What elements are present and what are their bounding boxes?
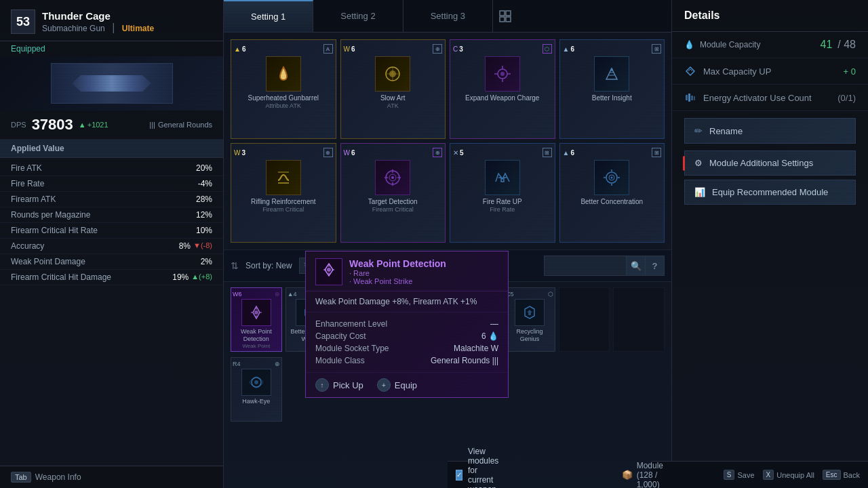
tab-key-label: Weapon Info: [35, 472, 81, 482]
socket-badge: ⊕: [433, 44, 442, 54]
svg-rect-0: [500, 11, 505, 16]
pickup-button[interactable]: ↑ Pick Up: [315, 378, 363, 392]
module-icon: [485, 160, 520, 195]
svg-point-13: [391, 176, 394, 179]
tab-key-bar: Tab Weapon Info: [0, 466, 223, 488]
socket-badge: ⊞: [652, 148, 661, 157]
module-subtype: Firearm Critical: [372, 206, 414, 213]
help-button[interactable]: ?: [645, 256, 664, 275]
module-subtype: Attribute ATK: [266, 102, 301, 109]
search-button[interactable]: 🔍: [626, 256, 645, 275]
stat-list: Fire ATK 20% Fire Rate -4% Firearm ATK 2…: [0, 158, 223, 288]
module-fire-rate-up[interactable]: ✕5 ⊞ Fire Rate UP Fire Rate: [450, 143, 555, 243]
dps-value: 37803: [32, 116, 73, 134]
tab-grid-icon[interactable]: [493, 0, 517, 33]
module-tooltip: Weak Point Detection · Rare · Weak Point…: [305, 251, 509, 398]
avail-icon: [241, 299, 271, 326]
module-slow-art[interactable]: W6 ⊕ Slow Art ATK: [340, 39, 446, 139]
svg-rect-3: [506, 17, 511, 22]
energy-icon: [684, 92, 696, 104]
checkbox-area: ✓ View modules for current weapon only: [456, 447, 502, 489]
sort-label[interactable]: Sort by: New: [245, 261, 292, 270]
stat-row-fire-atk: Fire ATK 20%: [0, 161, 223, 176]
tab-setting1[interactable]: Setting 1: [224, 0, 313, 32]
socket-badge: A: [323, 44, 333, 54]
equipped-badge: Equipped: [0, 41, 223, 56]
additional-settings-button[interactable]: ⚙ Module Additional Settings: [684, 150, 856, 176]
avail-module-empty-2: [613, 287, 665, 352]
module-count-bar: 📦 Module (128 / 1,000): [651, 461, 671, 488]
checkbox-label: View modules for current weapon only: [468, 447, 502, 489]
shortcut-save: S Save: [724, 470, 755, 480]
sort-icon: ⇅: [231, 260, 239, 271]
equip-icon: +: [377, 378, 391, 392]
stat-row-crit-rate: Firearm Critical Hit Rate 10%: [0, 223, 223, 239]
module-name: Better Concentration: [580, 198, 643, 206]
right-panel: Details 💧 Module Capacity 41 / 48 Max Ca…: [671, 0, 868, 488]
socket-badge: ⊕: [433, 148, 442, 157]
weapon-filter-checkbox[interactable]: ✓: [456, 470, 462, 481]
module-better-concentration[interactable]: ▲6 ⊞ Better Concentration: [559, 143, 665, 243]
equip-button[interactable]: + Equip: [377, 378, 417, 392]
module-expand[interactable]: C3 ⬡ Expand Weapon Charge: [450, 39, 555, 139]
module-rifling[interactable]: W3 ⊕ Rifling Reinforcement Firearm Criti…: [231, 143, 336, 243]
weapon-sprite: [51, 63, 173, 104]
search-container: 🔍 ?: [544, 256, 665, 276]
stat-row-rounds: Rounds per Magazine 12%: [0, 207, 223, 223]
bottom-bar: ✓ View modules for current weapon only: [448, 461, 475, 488]
left-panel: 53 Thunder Cage Submachine Gun | Ultimat…: [0, 0, 224, 488]
avail-module-hawk-eye[interactable]: R4 ⊕ Hawk-Eye: [231, 357, 282, 422]
energy-label: Energy Activator Use Count: [703, 93, 831, 103]
weapon-level: 53: [11, 9, 35, 34]
module-name: Target Detection: [368, 198, 418, 206]
svg-rect-26: [688, 94, 690, 102]
rename-button[interactable]: ✏ Rename: [684, 118, 856, 144]
avail-icon: [515, 299, 545, 326]
rename-icon: ✏: [694, 125, 703, 136]
search-input[interactable]: [545, 258, 626, 273]
stat-row-accuracy: Accuracy 8% ▼(-8): [0, 239, 223, 254]
svg-rect-28: [694, 96, 695, 100]
avail-module-weak-point[interactable]: W6 ⊕ Weak Point Detection Weak Point: [231, 287, 282, 352]
ammo-type: ||| General Rounds: [149, 121, 212, 129]
energy-value: (0/1): [837, 93, 856, 103]
main-content: Setting 1 Setting 2 Setting 3 ▲6 A: [224, 0, 671, 488]
socket-badge: ⬡: [542, 44, 552, 54]
equipped-module-grid: ▲6 A Superheated Gunbarrel Attribute ATK…: [224, 33, 671, 249]
module-superheated[interactable]: ▲6 A Superheated Gunbarrel Attribute ATK: [231, 39, 336, 139]
module-count-icon: 📦: [622, 470, 633, 480]
equip-icon: 📊: [694, 187, 705, 197]
shortcut-back: Esc Back: [823, 470, 860, 480]
tab-setting2[interactable]: Setting 2: [313, 0, 403, 32]
weapon-image: [0, 56, 223, 110]
tab-setting3[interactable]: Setting 3: [403, 0, 493, 32]
details-header: Details: [672, 0, 868, 32]
shortcut-bar: S Save X Unequip All Esc Back: [671, 461, 868, 488]
stat-row-crit-dmg: Firearm Critical Hit Damage 19% ▲(+8): [0, 270, 223, 285]
avail-subtype: Weak Point: [242, 343, 270, 349]
tab-key-badge: Tab: [11, 472, 31, 483]
module-better-insight[interactable]: ▲6 ⊞ Better Insight: [559, 39, 665, 139]
module-icon: [375, 160, 410, 195]
module-subtype: ATK: [387, 102, 399, 109]
module-icon: [485, 56, 520, 92]
module-icon: [266, 56, 301, 92]
avail-name: Recycling Genius: [506, 328, 553, 343]
module-name: Better Insight: [592, 94, 632, 102]
module-icon: [375, 56, 410, 92]
module-subtype: Firearm Critical: [262, 206, 304, 213]
equip-recommended-button[interactable]: 📊 Equip Recommended Module: [684, 180, 856, 205]
svg-rect-27: [691, 96, 693, 100]
avail-module-recycling[interactable]: C5 ⬡ Recycling Genius: [504, 287, 555, 352]
tooltip-stat-capacity: Capacity Cost 6 💧: [315, 330, 498, 342]
svg-point-23: [254, 380, 258, 384]
module-target-detection[interactable]: W6 ⊕ Target Detection Firearm Critical: [340, 143, 446, 243]
svg-point-7: [500, 72, 505, 76]
module-capacity-row: 💧 Module Capacity 41 / 48: [672, 32, 868, 58]
stat-row-weak-dmg: Weak Point Damage 2%: [0, 254, 223, 270]
stat-row-fire-rate: Fire Rate -4%: [0, 176, 223, 192]
svg-rect-1: [506, 11, 511, 16]
svg-point-24: [327, 268, 331, 272]
settings-tabs: Setting 1 Setting 2 Setting 3: [224, 0, 671, 33]
settings-icon: ⚙: [694, 158, 703, 168]
